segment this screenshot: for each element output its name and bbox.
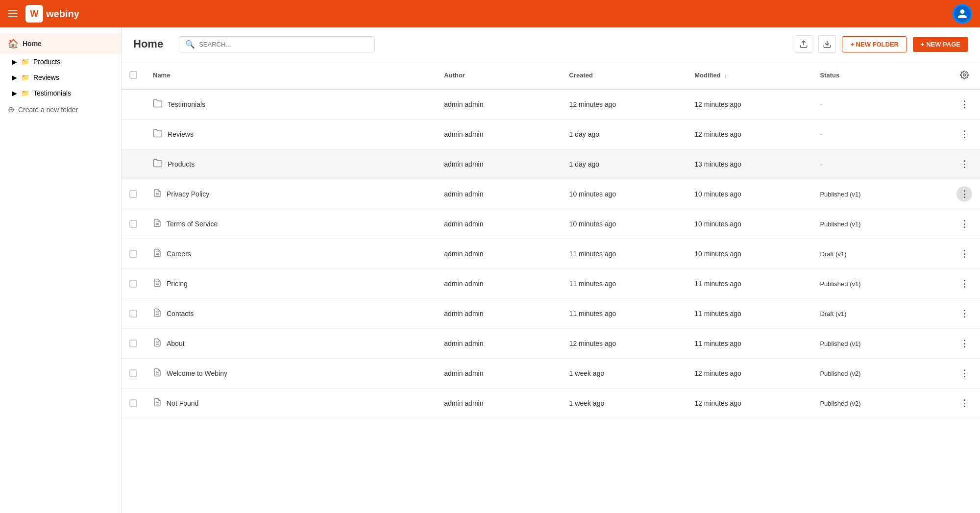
page-icon <box>153 338 162 349</box>
row-checkbox-cell <box>122 149 145 179</box>
folder-icon: 📁 <box>21 58 29 66</box>
download-button[interactable] <box>818 35 836 53</box>
row-more-button[interactable]: ⋮ <box>956 126 972 142</box>
plus-circle-icon: ⊕ <box>8 105 14 114</box>
row-more-button[interactable]: ⋮ <box>956 276 972 292</box>
new-page-label: + NEW PAGE <box>921 41 960 48</box>
row-name: Terms of Service <box>167 220 218 228</box>
row-name: Privacy Policy <box>167 190 209 198</box>
row-name: Careers <box>167 250 191 258</box>
row-checkbox-cell <box>122 179 145 209</box>
table-row: Welcome to Webiny admin admin 1 week ago… <box>122 359 980 389</box>
col-header-created[interactable]: Created <box>562 61 687 89</box>
row-more-button[interactable]: ⋮ <box>956 156 972 172</box>
new-page-button[interactable]: + NEW PAGE <box>913 37 968 52</box>
row-author: admin admin <box>436 329 561 359</box>
row-actions-cell: ⋮ <box>937 239 980 269</box>
logo[interactable]: W webiny <box>25 5 79 23</box>
row-status: Published (v1) <box>812 329 937 359</box>
sidebar-item-products[interactable]: ▶ 📁 Products <box>0 54 121 70</box>
search-bar[interactable]: 🔍 <box>179 36 375 52</box>
avatar-button[interactable] <box>953 4 972 24</box>
row-more-button[interactable]: ⋮ <box>956 366 972 381</box>
create-folder-label: Create a new folder <box>18 106 78 114</box>
row-name-cell: Contacts <box>145 299 436 329</box>
row-more-button[interactable]: ⋮ <box>956 246 972 262</box>
folder-icon-svg <box>153 98 163 108</box>
new-folder-label: + NEW FOLDER <box>850 41 899 48</box>
document-icon-svg <box>153 189 162 197</box>
nav-left: W webiny <box>8 5 79 23</box>
header-checkbox-cell <box>122 61 145 89</box>
row-status: - <box>812 120 937 149</box>
sidebar-item-reviews[interactable]: ▶ 📁 Reviews <box>0 70 121 85</box>
folder-icon: 📁 <box>21 89 29 97</box>
table-settings-button[interactable] <box>956 67 972 83</box>
upload-button[interactable] <box>795 35 812 53</box>
row-actions-cell: ⋮ <box>937 89 980 120</box>
search-input[interactable] <box>199 41 368 48</box>
row-checkbox[interactable] <box>129 369 137 377</box>
table-row: Not Found admin admin 1 week ago 12 minu… <box>122 389 980 418</box>
row-checkbox[interactable] <box>129 280 137 288</box>
col-header-modified[interactable]: Modified ↓ <box>686 61 812 89</box>
row-checkbox[interactable] <box>129 399 137 407</box>
table: Name Author Created Modified ↓ <box>122 61 980 418</box>
row-name: Testimonials <box>168 100 205 108</box>
sidebar-item-testimonials[interactable]: ▶ 📁 Testimonials <box>0 85 121 101</box>
sidebar-item-home[interactable]: 🏠 Home <box>0 33 121 54</box>
row-created: 11 minutes ago <box>562 269 687 299</box>
row-name: Contacts <box>167 310 194 318</box>
document-icon-svg <box>153 278 162 287</box>
new-folder-button[interactable]: + NEW FOLDER <box>842 36 907 52</box>
col-header-status[interactable]: Status <box>812 61 937 89</box>
layout: 🏠 Home ▶ 📁 Products ▶ 📁 Reviews ▶ 📁 Test… <box>0 27 980 513</box>
row-more-button[interactable]: ⋮ <box>956 336 972 351</box>
row-name-cell: Privacy Policy <box>145 179 436 209</box>
create-new-folder-button[interactable]: ⊕ Create a new folder <box>0 101 121 118</box>
sidebar-reviews-label: Reviews <box>33 73 59 81</box>
row-more-button[interactable]: ⋮ <box>956 395 972 411</box>
row-name-cell: About <box>145 329 436 359</box>
row-modified: 10 minutes ago <box>686 179 812 209</box>
sort-icon: ↓ <box>724 73 727 78</box>
row-actions-cell: ⋮ <box>937 179 980 209</box>
row-checkbox[interactable] <box>129 250 137 258</box>
row-checkbox-cell <box>122 359 145 389</box>
row-more-button[interactable]: ⋮ <box>956 306 972 321</box>
row-name-cell: Not Found <box>145 389 436 418</box>
col-header-author[interactable]: Author <box>436 61 561 89</box>
row-checkbox-cell <box>122 120 145 149</box>
page-icon <box>153 189 162 199</box>
row-created: 1 week ago <box>562 389 687 418</box>
logo-w-icon: W <box>25 5 43 23</box>
table-row: Products admin admin 1 day ago 13 minute… <box>122 149 980 179</box>
hamburger-button[interactable] <box>8 10 18 17</box>
row-status: Published (v2) <box>812 359 937 389</box>
row-modified: 12 minutes ago <box>686 120 812 149</box>
row-more-button[interactable]: ⋮ <box>956 97 972 112</box>
row-actions-cell: ⋮ <box>937 120 980 149</box>
row-more-button[interactable]: ⋮ <box>956 186 972 202</box>
row-created: 1 day ago <box>562 120 687 149</box>
row-more-button[interactable]: ⋮ <box>956 216 972 232</box>
row-checkbox[interactable] <box>129 220 137 228</box>
row-checkbox[interactable] <box>129 310 137 318</box>
row-modified: 12 minutes ago <box>686 359 812 389</box>
page-icon <box>153 398 162 409</box>
select-all-checkbox[interactable] <box>129 71 137 79</box>
home-icon: 🏠 <box>8 38 19 49</box>
row-checkbox[interactable] <box>129 190 137 198</box>
row-actions-cell: ⋮ <box>937 359 980 389</box>
document-icon-svg <box>153 398 162 407</box>
row-name: Reviews <box>168 130 194 138</box>
table-row: About admin admin 12 minutes ago 11 minu… <box>122 329 980 359</box>
row-author: admin admin <box>436 89 561 120</box>
gear-icon <box>960 71 969 79</box>
row-checkbox[interactable] <box>129 340 137 347</box>
row-status: Draft (v1) <box>812 299 937 329</box>
page-header: Home 🔍 <box>122 27 980 61</box>
row-name: About <box>167 340 185 347</box>
col-header-name[interactable]: Name <box>145 61 436 89</box>
row-status: Published (v1) <box>812 209 937 239</box>
